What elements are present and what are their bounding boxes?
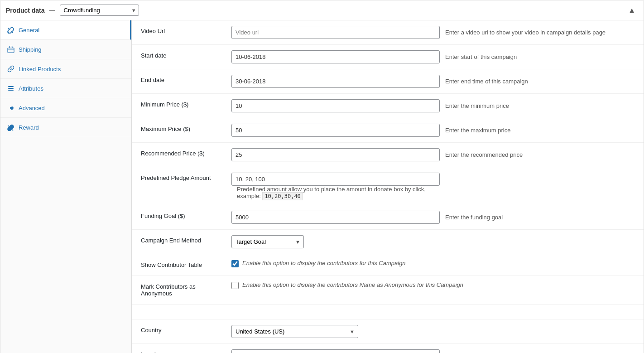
label-campaign-end-method: Campaign End Method [141,237,201,244]
product-data-header: Product data — Crowdfunding Simple produ… [0,0,644,20]
label-show-contributor-table: Show Contributor Table [141,261,202,268]
label-recommended-price: Recommended Price ($) [141,150,205,157]
sidebar-item-linked-products[interactable]: Linked Products [0,59,131,79]
list-icon [7,84,15,92]
sidebar-item-general[interactable]: General [0,20,131,40]
label-predefined-pledge: Predefined Pledge Amount [141,174,211,181]
checkbox-mark-contributors-anonymous[interactable] [231,282,239,289]
product-data-body: General Shipping Linked Products Attribu… [0,20,644,353]
label-location: Location [141,351,163,353]
row-start-date: Start date Enter start of this campaign [132,45,644,69]
field-row-minimum-price: Enter the minimum price [231,99,634,112]
field-row-predefined-pledge: Predefined amount allow you to place the… [231,173,634,199]
sidebar-item-label-advanced: Advanced [19,105,45,111]
label-end-date: End date [141,77,164,83]
product-data-dash: — [49,7,55,14]
input-recommended-price[interactable] [231,148,440,161]
select-campaign-end-method[interactable]: Target Goal End Date Both [231,235,304,248]
spacer-row [132,305,644,319]
sidebar-item-attributes[interactable]: Attributes [0,79,131,98]
row-campaign-end-method: Campaign End Method Target Goal End Date… [132,230,644,254]
label-maximum-price: Maximum Price ($) [141,126,190,132]
input-video-url[interactable] [231,26,440,39]
svg-rect-2 [8,86,14,87]
hint-start-date: Enter start of this campaign [445,53,517,60]
row-minimum-price: Minimum Price ($) Enter the minimum pric… [132,94,644,118]
select-country[interactable]: United States (US) United Kingdom (UK) C… [231,325,358,338]
sidebar-item-advanced[interactable]: Advanced [0,98,131,118]
label-mark-contributors-anonymous: Mark Contributors as Anonymous [141,283,218,297]
checkbox-show-contributor-table[interactable] [231,260,239,267]
checkbox-label-mark-contributors-anonymous: Enable this option to display the contri… [242,281,463,288]
hint-end-date: Enter end time of this campaign [445,78,528,85]
field-row-start-date: Enter start of this campaign [231,50,634,63]
svg-rect-3 [8,88,14,89]
sidebar-item-reward[interactable]: Reward [0,118,131,137]
row-show-contributor-table: Show Contributor Table Enable this optio… [132,254,644,276]
product-type-select-wrapper: Crowdfunding Simple product Grouped prod… [60,5,139,16]
row-location: Location Location of this campaign [132,344,644,353]
gear-icon [7,104,15,112]
predefined-pledge-code-example: 10,20,30,40 [262,192,303,200]
row-mark-contributors-anonymous: Mark Contributors as Anonymous Enable th… [132,276,644,305]
checkbox-row-show-contributor-table: Enable this option to display the contri… [231,260,634,267]
row-recommended-price: Recommended Price ($) Enter the recommen… [132,143,644,167]
field-row-recommended-price: Enter the recommended price [231,148,634,161]
field-row-location: Location of this campaign [231,349,634,353]
row-predefined-pledge: Predefined Pledge Amount Predefined amou… [132,167,644,205]
input-funding-goal[interactable] [231,211,440,224]
checkbox-row-mark-contributors-anonymous: Enable this option to display the contri… [231,281,634,289]
box-icon [7,45,15,53]
field-row-maximum-price: Enter the maximum price [231,124,634,137]
input-minimum-price[interactable] [231,99,440,112]
product-type-select[interactable]: Crowdfunding Simple product Grouped prod… [60,5,139,16]
header-right: ▲ [625,5,638,15]
row-funding-goal: Funding Goal ($) Enter the funding goal [132,205,644,230]
hint-recommended-price: Enter the recommended price [445,151,523,158]
hint-maximum-price: Enter the maximum price [445,127,511,134]
checkbox-label-show-contributor-table: Enable this option to display the contri… [242,260,406,266]
hint-video-url: Enter a video url to show your video in … [445,29,606,36]
input-maximum-price[interactable] [231,124,440,137]
country-select-wrapper: United States (US) United Kingdom (UK) C… [231,325,358,338]
input-predefined-pledge[interactable] [231,173,440,186]
label-country: Country [141,327,162,334]
hint-predefined-pledge-wrapper: Predefined amount allow you to place the… [237,186,427,199]
label-video-url: Video Url [141,28,165,34]
svg-rect-0 [8,48,14,53]
main-content: Video Url Enter a video url to show your… [132,20,644,353]
sidebar: General Shipping Linked Products Attribu… [0,20,132,353]
sidebar-item-label-linked-products: Linked Products [19,66,61,73]
input-end-date[interactable] [231,75,440,88]
label-start-date: Start date [141,52,166,59]
campaign-end-method-select-wrapper: Target Goal End Date Both ▼ [231,235,304,248]
row-country: Country United States (US) United Kingdo… [132,319,644,344]
field-row-video-url: Enter a video url to show your video in … [231,26,634,39]
label-funding-goal: Funding Goal ($) [141,213,185,219]
sidebar-item-label-reward: Reward [19,124,39,131]
field-row-end-date: Enter end time of this campaign [231,75,634,88]
product-data-title: Product data [6,7,45,14]
hint-predefined-pledge: Predefined amount allow you to place the… [237,186,427,199]
link-icon [7,65,15,73]
field-row-funding-goal: Enter the funding goal [231,211,634,224]
wrench-icon [7,26,15,34]
sidebar-item-shipping[interactable]: Shipping [0,40,131,59]
row-video-url: Video Url Enter a video url to show your… [132,20,644,45]
collapse-button[interactable]: ▲ [625,5,638,15]
sidebar-item-label-shipping: Shipping [19,46,42,53]
svg-rect-4 [8,90,14,91]
hint-funding-goal: Enter the funding goal [445,214,503,221]
hint-minimum-price: Enter the minimum price [445,102,509,109]
reward-icon [7,123,15,131]
input-start-date[interactable] [231,50,440,63]
row-maximum-price: Maximum Price ($) Enter the maximum pric… [132,118,644,143]
label-minimum-price: Minimum Price ($) [141,101,188,108]
row-end-date: End date Enter end time of this campaign [132,69,644,94]
input-location[interactable] [231,349,440,353]
sidebar-item-label-general: General [19,27,39,34]
sidebar-item-label-attributes: Attributes [19,85,43,92]
form-table: Video Url Enter a video url to show your… [132,20,644,353]
